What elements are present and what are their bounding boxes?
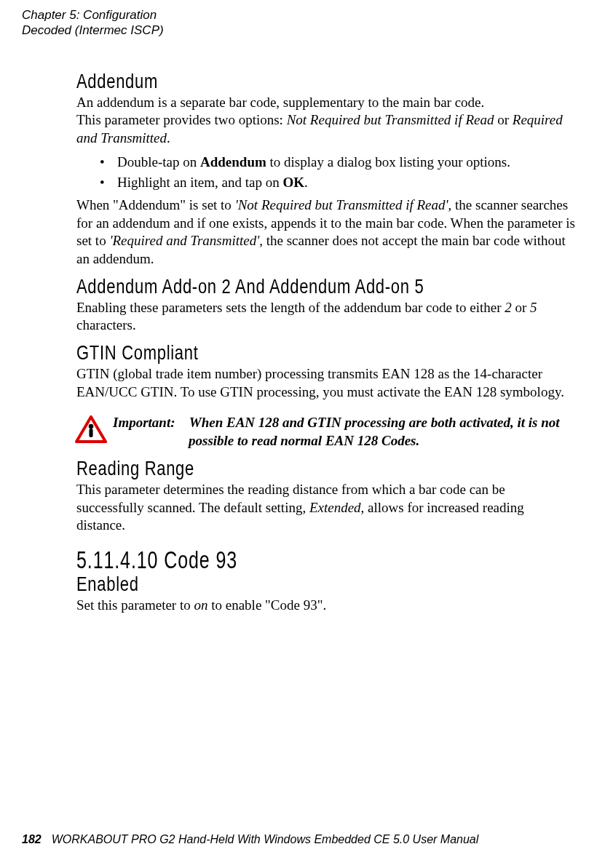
bullet1-b: Addendum xyxy=(200,154,266,170)
addendum-bullet-list: Double-tap on Addendum to display a dial… xyxy=(76,154,576,192)
important-line1: When EAN 128 and GTIN processing are bot… xyxy=(189,415,560,430)
addendum-opt1: Not Required but Transmitted if Read xyxy=(287,112,494,127)
important-label: Important: xyxy=(113,414,186,432)
bullet-item-highlight: Highlight an item, and tap on OK. xyxy=(100,174,576,192)
addon-a: Enabling these parameters sets the lengt… xyxy=(76,300,505,315)
page-footer: 182WORKABOUT PRO G2 Hand-Held With Windo… xyxy=(22,833,478,846)
c93-on: on xyxy=(194,597,207,613)
chapter-header: Chapter 5: Configuration Decoded (Interm… xyxy=(22,7,576,39)
important-text: Important: When EAN 128 and GTIN process… xyxy=(113,414,560,450)
important-block: Important: When EAN 128 and GTIN process… xyxy=(75,414,576,450)
section-title-addendum: Addendum xyxy=(76,69,576,93)
addon-five: 5 xyxy=(530,300,537,315)
addendum-p1a: An addendum is a separate bar code, supp… xyxy=(76,95,484,110)
page-number: 182 xyxy=(22,833,41,845)
svg-point-1 xyxy=(89,424,94,429)
reading-range-paragraph: This parameter determines the reading di… xyxy=(76,481,576,535)
bullet1-a: Double-tap on xyxy=(117,154,200,170)
section-title-code93: 5.11.4.10 Code 93 xyxy=(76,546,576,574)
bullet1-c: to display a dialog box listing your opt… xyxy=(266,154,510,170)
bullet2-b: OK xyxy=(282,175,304,190)
footer-doc-title: WORKABOUT PRO G2 Hand-Held With Windows … xyxy=(52,833,479,845)
code93-paragraph: Set this parameter to on to enable "Code… xyxy=(76,597,576,615)
section-title-addon: Addendum Add-on 2 And Addendum Add-on 5 xyxy=(76,274,576,298)
chapter-line-1: Chapter 5: Configuration xyxy=(22,7,576,23)
content-area: Addendum An addendum is a separate bar c… xyxy=(76,72,576,615)
p2-a: When "Addendum" is set to xyxy=(76,197,235,212)
c93-a: Set this parameter to xyxy=(76,597,194,613)
addendum-p1b: This parameter provides two options: xyxy=(76,112,287,127)
section-title-gtin: GTIN Compliant xyxy=(76,341,576,365)
bullet-item-doubletap: Double-tap on Addendum to display a dial… xyxy=(100,154,576,172)
bullet2-c: . xyxy=(304,175,308,190)
section-title-reading-range: Reading Range xyxy=(76,457,576,481)
addendum-paragraph-1: An addendum is a separate bar code, supp… xyxy=(76,94,576,148)
addendum-or: or xyxy=(494,112,512,127)
svg-rect-2 xyxy=(89,429,92,437)
important-line2: possible to read normal EAN 128 Codes. xyxy=(189,432,560,450)
rr-ext: Extended xyxy=(309,500,361,515)
section-title-enabled: Enabled xyxy=(76,573,576,597)
addon-c: characters. xyxy=(76,317,136,333)
page: Chapter 5: Configuration Decoded (Interm… xyxy=(0,0,605,868)
addendum-paragraph-2: When "Addendum" is set to 'Not Required … xyxy=(76,196,576,268)
addon-two: 2 xyxy=(505,300,512,315)
p2-d: 'Required and Transmitted', xyxy=(109,233,263,248)
chapter-line-2: Decoded (Intermec ISCP) xyxy=(22,23,576,38)
addon-paragraph: Enabling these parameters sets the lengt… xyxy=(76,299,576,335)
addendum-period: . xyxy=(167,130,170,146)
warning-icon xyxy=(75,415,107,443)
c93-b: to enable "Code 93". xyxy=(207,597,326,613)
p2-b: 'Not Required but Transmitted if Read', xyxy=(235,197,452,212)
gtin-paragraph: GTIN (global trade item number) processi… xyxy=(76,365,576,401)
bullet2-a: Highlight an item, and tap on xyxy=(117,175,282,190)
addon-b: or xyxy=(512,300,530,315)
